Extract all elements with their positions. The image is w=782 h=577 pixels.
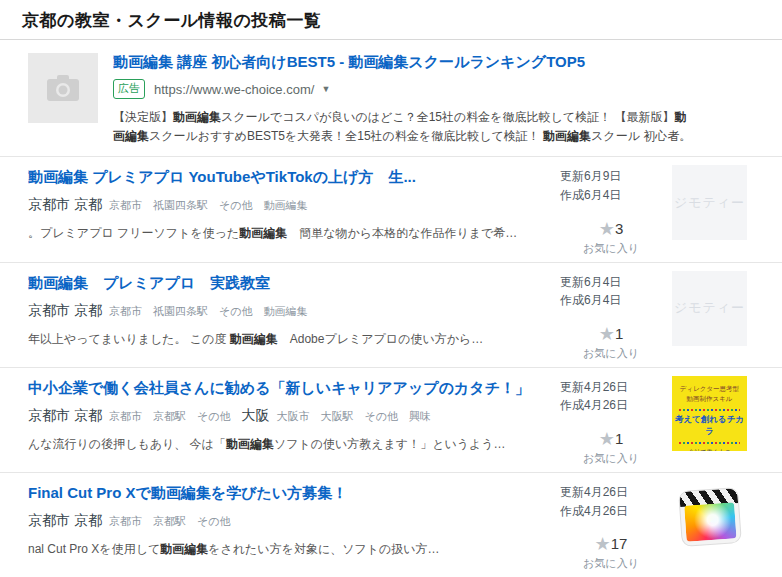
created-date: 作成6月4日: [560, 186, 662, 205]
listing-meta: 更新6月4日 作成6月4日 ★1 お気に入り: [560, 271, 662, 361]
ad-block[interactable]: 動画編集 講座 初心者向けBEST5 - 動画編集スクールランキングTOP5 広…: [0, 40, 782, 156]
text-segment: ソフトの使い方教えます！」というよう…: [274, 437, 506, 451]
text-segment: 動画編集: [173, 110, 221, 124]
ad-title-link[interactable]: 動画編集 講座 初心者向けBEST5 - 動画編集スクールランキングTOP5: [113, 53, 747, 72]
listing-description: nal Cut Pro Xを使用して動画編集をされたい方を対象に、ソフトの扱い方…: [28, 541, 554, 558]
favorite-count: 17: [611, 535, 628, 552]
listing-main: 動画編集 プレミアプロ YouTubeやTikTokの上げ方 生... 京都市 …: [28, 165, 560, 255]
favorite-indicator: ★3: [560, 218, 662, 240]
career-ad-image: ディレクター思考型動画制作スキル 考えて創れるチカラ 会社で働く人の新しいキャリ…: [672, 376, 747, 451]
listing-row[interactable]: 動画編集 プレミアプロ 実践教室 京都市 京都京都市祇園四条駅その他動画編集 年…: [0, 263, 782, 367]
listing-title-link[interactable]: 中小企業で働く会社員さんに勧める「新しいキャリアアップのカタチ！」: [28, 379, 554, 398]
text-segment: 京都駅: [153, 410, 186, 422]
listing-description: 年以上やってまいりました。 この度 動画編集 Adobeプレミアプロの使い方から…: [28, 331, 554, 348]
ad-meta-row: 広告 https://www.we-choice.com/ ▼: [113, 79, 747, 99]
created-date: 作成4月26日: [560, 502, 662, 521]
text-segment: 大阪駅: [320, 410, 353, 422]
favorite-count: 1: [615, 325, 623, 342]
listing-title-link[interactable]: 動画編集 プレミアプロ YouTubeやTikTokの上げ方 生...: [28, 168, 554, 187]
updated-date: 更新6月9日: [560, 167, 662, 186]
listing-description: 。プレミアプロ フリーソフトを使った動画編集 簡単な物から本格的な作品作りまで希…: [28, 225, 554, 242]
listing-row[interactable]: Final Cut Pro Xで動画編集を学びたい方募集！ 京都市 京都京都市京…: [0, 473, 782, 577]
text-segment: その他: [197, 410, 231, 422]
text-segment: 動画編集: [239, 226, 287, 240]
text-segment: 京都市: [109, 515, 142, 527]
listing-location: 京都市 京都京都市祇園四条駅その他動画編集: [28, 195, 554, 214]
listing-location: 京都市 京都京都市祇園四条駅その他動画編集: [28, 301, 554, 320]
text-segment: その他: [219, 305, 253, 317]
text-segment: Adobeプレミアプロの使い方から…: [278, 332, 484, 346]
star-icon: ★: [595, 534, 611, 554]
final-cut-pro-icon: [679, 488, 741, 546]
listing-meta: 更新6月9日 作成6月4日 ★3 お気に入り: [560, 165, 662, 255]
listing-main: Final Cut Pro Xで動画編集を学びたい方募集！ 京都市 京都京都市京…: [28, 481, 560, 571]
text-segment: 動画編集: [543, 129, 591, 143]
updated-date: 更新6月4日: [560, 273, 662, 292]
text-segment: 京都市: [109, 199, 142, 211]
favorite-label: お気に入り: [560, 451, 662, 466]
text-segment: nal Cut Pro Xを使用して: [28, 542, 160, 556]
listing-title-link[interactable]: Final Cut Pro Xで動画編集を学びたい方募集！: [28, 484, 554, 503]
favorite-label: お気に入り: [560, 346, 662, 361]
star-icon: ★: [599, 429, 615, 449]
listing-thumbnail[interactable]: [672, 481, 747, 556]
updated-date: 更新4月26日: [560, 378, 662, 397]
text-segment: スクールでコスパが良いのはどこ？全15社の料金を徹底比較して検証！ 【最新版】: [221, 110, 674, 124]
listing-row[interactable]: 中小企業で働く会社員さんに勧める「新しいキャリアアップのカタチ！」 京都市 京都…: [0, 368, 782, 472]
ad-url[interactable]: https://www.we-choice.com/: [154, 82, 314, 97]
favorite-count: 3: [615, 220, 623, 237]
text-segment: 大阪市: [276, 410, 309, 422]
text-segment: 。プレミアプロ フリーソフトを使った: [28, 226, 239, 240]
career-ad-text: ディレクター思考型動画制作スキル: [672, 384, 747, 405]
listing-location: 京都市 京都京都市京都駅その他大阪大阪市大阪駅その他興味: [28, 406, 554, 425]
listing-meta: 更新4月26日 作成4月26日 ★1 お気に入り: [560, 376, 662, 466]
text-segment: 京都市 京都: [28, 196, 102, 212]
favorite-indicator: ★17: [560, 533, 662, 555]
text-segment: 動画編集: [263, 199, 307, 211]
ad-thumbnail-placeholder: [28, 53, 98, 123]
jimoty-watermark: ジモティー: [672, 271, 747, 346]
listing-location: 京都市 京都京都市京都駅その他: [28, 511, 554, 530]
career-ad-headline: 考えて創れるチカラ: [672, 414, 747, 438]
text-segment: 京都市 京都: [28, 512, 102, 528]
page-title: 京都の教室・スクール情報の投稿一覧: [0, 0, 782, 39]
created-date: 作成4月26日: [560, 396, 662, 415]
star-icon: ★: [599, 324, 615, 344]
ad-content: 動画編集 講座 初心者向けBEST5 - 動画編集スクールランキングTOP5 広…: [113, 53, 747, 146]
text-segment: 祇園四条駅: [153, 199, 208, 211]
listing-title-link[interactable]: 動画編集 プレミアプロ 実践教室: [28, 274, 554, 293]
text-segment: 動画編集: [230, 332, 278, 346]
favorite-indicator: ★1: [560, 428, 662, 450]
text-segment: 動画編集: [160, 542, 208, 556]
created-date: 作成6月4日: [560, 291, 662, 310]
listing-row[interactable]: 動画編集 プレミアプロ YouTubeやTikTokの上げ方 生... 京都市 …: [0, 157, 782, 261]
text-segment: 年以上やってまいりました。 この度: [28, 332, 230, 346]
favorite-count: 1: [615, 430, 623, 447]
listing-description: んな流行りの後押しもあり、 今は「動画編集ソフトの使い方教えます！」というよう…: [28, 436, 554, 453]
text-segment: 大阪: [241, 407, 269, 423]
text-segment: をされたい方を対象に、ソフトの扱い方…: [208, 542, 439, 556]
listing-thumbnail[interactable]: ジモティー: [672, 271, 747, 346]
text-segment: スクールおすすめBEST5を大発表！全15社の料金を徹底比較して検証！: [149, 129, 543, 143]
text-segment: 動画編集: [263, 305, 307, 317]
text-segment: スクール 初心者。: [591, 129, 691, 143]
ad-options-caret-icon[interactable]: ▼: [321, 84, 330, 94]
listing-meta: 更新4月26日 作成4月26日 ★17 お気に入り: [560, 481, 662, 571]
text-segment: 【決定版】: [113, 110, 173, 124]
text-segment: 京都市 京都: [28, 407, 102, 423]
updated-date: 更新4月26日: [560, 483, 662, 502]
text-segment: 京都市 京都: [28, 302, 102, 318]
text-segment: その他: [364, 410, 398, 422]
text-segment: その他: [197, 515, 231, 527]
jimoty-watermark: ジモティー: [672, 165, 747, 240]
listing-thumbnail[interactable]: ジモティー: [672, 165, 747, 240]
ad-badge: 広告: [113, 79, 145, 99]
dotted-divider: [679, 409, 740, 411]
listing-thumbnail[interactable]: ディレクター思考型動画制作スキル 考えて創れるチカラ 会社で働く人の新しいキャリ…: [672, 376, 747, 451]
listings-page: 京都の教室・スクール情報の投稿一覧 動画編集 講座 初心者向けBEST5 - 動…: [0, 0, 782, 577]
text-segment: 京都市: [109, 410, 142, 422]
text-segment: 動画編集: [226, 437, 274, 451]
text-segment: その他: [219, 199, 253, 211]
favorite-indicator: ★1: [560, 323, 662, 345]
star-icon: ★: [599, 219, 615, 239]
